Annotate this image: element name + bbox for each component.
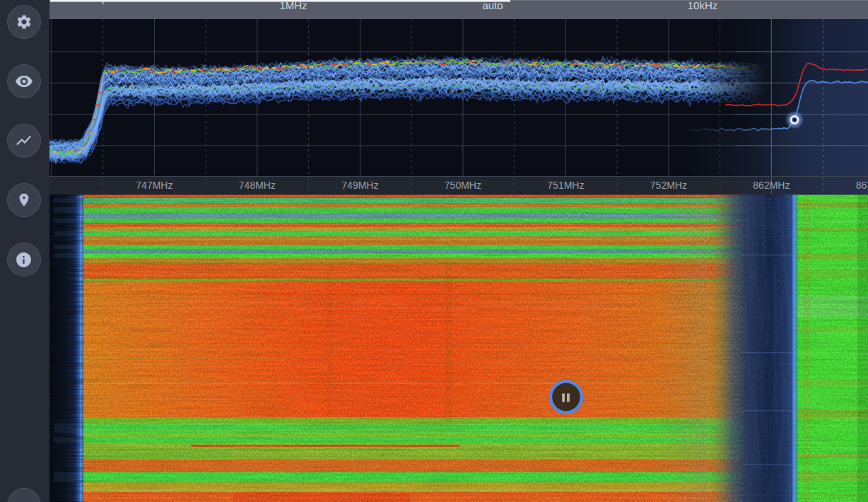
svg-text:752MHz: 752MHz [650, 180, 687, 191]
svg-text:749MHz: 749MHz [341, 180, 378, 191]
svg-text:862MHz: 862MHz [753, 180, 790, 191]
svg-text:751MHz: 751MHz [547, 180, 584, 191]
svg-text:747MHz: 747MHz [136, 180, 172, 191]
svg-text:750MHz: 750MHz [445, 180, 481, 191]
svg-text:748MHz: 748MHz [239, 180, 276, 191]
svg-text:863MHz: 863MHz [856, 180, 868, 191]
svg-text:10kHz: 10kHz [688, 0, 718, 11]
